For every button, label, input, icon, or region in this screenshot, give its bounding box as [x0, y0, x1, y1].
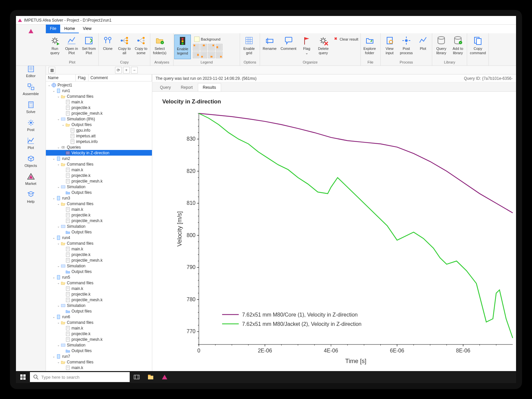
tree-sim-run3[interactable]: ⌄Simulation [46, 223, 152, 229]
nav-solve[interactable]: Solve [21, 98, 41, 116]
tree-mainfile[interactable]: main.k [46, 206, 152, 212]
legend-pos-2[interactable] [208, 44, 215, 51]
tree-projfile[interactable]: projectile.k [46, 212, 152, 218]
background-toggle[interactable]: Background [193, 36, 222, 43]
tree-tool-1[interactable]: ▦ [49, 67, 55, 73]
tree-output-run1[interactable]: ⌄Output files [46, 122, 152, 127]
tab-report[interactable]: Report [176, 83, 198, 91]
tree-projfile[interactable]: projectile.k [46, 291, 152, 297]
post-process-button[interactable]: Postprocess [398, 35, 415, 59]
tree-projmeshfile[interactable]: projectile_mesh.k [46, 336, 152, 342]
velocity-chart[interactable]: 77078079080081082083002E-064E-066E-068E-… [176, 110, 516, 368]
copy-to-some-button[interactable]: Copy tosome [133, 35, 149, 59]
tree-header-name[interactable]: Name [46, 74, 76, 81]
legend-pos-1[interactable] [200, 44, 207, 51]
tree-sim-run4[interactable]: ⌄Simulation [46, 263, 152, 269]
menu-home[interactable]: Home [60, 25, 79, 33]
tree-tool-4[interactable]: − [131, 67, 138, 73]
tree-run5[interactable]: ⌄run5 [46, 274, 152, 280]
project-tree[interactable]: ⌄Project1⌄run1⌄Command filesmain.kprojec… [46, 81, 152, 371]
tree-run4[interactable]: ⌄run4 [46, 235, 152, 240]
menu-view[interactable]: View [79, 25, 95, 33]
clear-result-button[interactable]: ✖Clear result [332, 36, 359, 43]
tree-sim-run2[interactable]: ⌄Simulation [46, 184, 152, 190]
view-input-button[interactable]: Viewinput [381, 35, 398, 59]
tree-projmeshfile[interactable]: projectile_mesh.k [46, 178, 152, 184]
tree-header-comment[interactable]: Comment [88, 74, 152, 81]
tree-sim-run5[interactable]: ⌄Simulation [46, 303, 152, 308]
nav-market[interactable]: Market [21, 170, 41, 188]
tree-cmdfiles-run3[interactable]: ⌄Command files [46, 201, 152, 206]
open-in-plot-button[interactable]: Open inPlot [63, 35, 80, 59]
legend-pos-4[interactable] [193, 52, 200, 58]
tree-mainfile[interactable]: main.k [46, 167, 152, 173]
tree-run2[interactable]: ⌄run2 [46, 156, 152, 161]
plot-button[interactable]: Plot [415, 35, 431, 59]
tree-velocity-z[interactable]: Velocity in Z-direction [46, 150, 152, 156]
select-folders-button[interactable]: +Selectfolder(s) [151, 35, 168, 59]
tree-cmdfiles-run1[interactable]: ⌄Command files [46, 93, 152, 99]
query-library-button[interactable]: Querylibrary [433, 35, 450, 59]
tree-run1[interactable]: ⌄run1 [46, 88, 152, 93]
tree-mainfile[interactable]: main.k [46, 99, 152, 105]
tree-run7[interactable]: ⌄run7 [46, 353, 152, 359]
legend-pos-7[interactable] [216, 52, 222, 58]
copy-to-all-button[interactable]: Copy toall [116, 35, 133, 59]
tree-tool-3[interactable]: + [123, 67, 130, 73]
rename-button[interactable]: Rename [261, 35, 279, 59]
tree-mainfile[interactable]: main.k [46, 365, 152, 370]
tree-header-flag[interactable]: Flag [76, 74, 88, 81]
nav-objects[interactable]: Objects [21, 152, 41, 170]
flag-button[interactable]: Flag⌄ [298, 35, 315, 59]
legend-pos-3[interactable] [216, 44, 222, 51]
run-query-button[interactable]: Runquery [47, 35, 63, 59]
tree-output-run4[interactable]: Output files [46, 269, 152, 274]
tree-projfile[interactable]: projectile.k [46, 173, 152, 178]
nav-plot[interactable]: Plot [21, 134, 41, 152]
tab-results[interactable]: Results [198, 83, 221, 91]
tree-projfile[interactable]: projectile.k [46, 331, 152, 336]
start-button[interactable] [16, 371, 30, 383]
tree-run6[interactable]: ⌄run6 [46, 314, 152, 320]
set-from-plot-button[interactable]: Set fromPlot [80, 35, 98, 59]
tree-projmeshfile[interactable]: projectile_mesh.k [46, 218, 152, 223]
taskbar-impetus[interactable] [158, 371, 172, 383]
taskbar-search[interactable]: Type here to search [30, 372, 130, 382]
copy-command-button[interactable]: Copycommand [468, 35, 488, 59]
legend-pos-0[interactable] [193, 44, 200, 51]
tree-cmdfiles-run6[interactable]: ⌄Command files [46, 320, 152, 325]
legend-pos-5[interactable] [200, 52, 207, 58]
tree-queries[interactable]: ⌄Queries [46, 144, 152, 150]
tree-project[interactable]: ⌄Project1 [46, 82, 152, 88]
tree-tool-2[interactable]: ⟳ [115, 67, 122, 73]
legend-pos-6[interactable] [208, 52, 215, 58]
tree-output-run6[interactable]: Output files [46, 348, 152, 353]
enable-grid-button[interactable]: Enablegrid [241, 35, 257, 59]
tree-projmeshfile[interactable]: projectile_mesh.k [46, 257, 152, 263]
tree-run3[interactable]: ⌄run3 [46, 195, 152, 201]
tree-cmdfiles-run7[interactable]: ⌄Command files [46, 359, 152, 365]
tree-mainfile[interactable]: main.k [46, 286, 152, 291]
tree-cmdfiles-run5[interactable]: ⌄Command files [46, 280, 152, 286]
nav-help[interactable]: Help [21, 188, 41, 205]
tree-gpu[interactable]: gpu.info [46, 127, 152, 133]
explore-folder-button[interactable]: Explorefolder [361, 35, 378, 59]
tree-mainfile[interactable]: main.k [46, 325, 152, 331]
tab-query[interactable]: Query [155, 83, 176, 91]
tree-output-run5[interactable]: Output files [46, 308, 152, 314]
clone-button[interactable]: Clone [99, 35, 116, 59]
tree-cmdfiles-run4[interactable]: ⌄Command files [46, 240, 152, 246]
tree-cmdfiles-run2[interactable]: ⌄Command files [46, 161, 152, 167]
tree-impinfo[interactable]: impetus.info [46, 139, 152, 144]
taskbar-app-1[interactable] [130, 371, 144, 383]
enable-legend-button[interactable]: Enablelegend [174, 35, 191, 59]
nav-assemble[interactable]: Assemble [21, 80, 41, 98]
add-to-library-button[interactable]: +Add tolibrary [450, 35, 466, 59]
tree-projfile[interactable]: projectile.k [46, 252, 152, 257]
tree-sim-run1[interactable]: ⌄Simulation (8%) [46, 116, 152, 122]
tree-projmeshfile[interactable]: projectile_mesh.k [46, 297, 152, 303]
tree-mainfile[interactable]: main.k [46, 246, 152, 252]
tree-sim-run6[interactable]: ⌄Simulation [46, 342, 152, 348]
tree-projmeshfile[interactable]: projectile_mesh.k [46, 110, 152, 116]
tree-projfile[interactable]: projectile.k [46, 105, 152, 110]
